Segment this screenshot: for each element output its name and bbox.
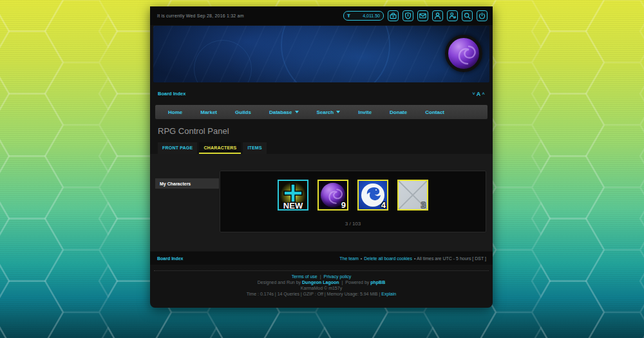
current-time-text: It is currently Wed Sep 28, 2016 1:32 am [157,14,244,18]
font-larger-icon[interactable]: ˄ [482,91,485,97]
power-icon[interactable] [477,10,488,21]
times-text: • All times are UTC - 5 hours [ DST ] [414,256,486,261]
banner-ring-decoration [281,26,390,82]
mail-icon[interactable] [417,10,428,21]
font-smaller-icon[interactable]: ˅ [472,91,475,97]
nav-market[interactable]: Market [191,109,226,115]
page-title: RPG Control Panel [158,126,229,136]
new-badge: NEW [279,201,307,211]
board-index-link[interactable]: Board Index [158,91,185,97]
dropdown-caret-icon [336,111,340,113]
topbar-controls: Ŧ 4,011.50 [343,10,488,21]
karma-line: KarmaMod © m157y [150,285,493,291]
character-count: 3 [421,200,426,210]
chest-icon[interactable] [388,10,399,21]
nav-invite-label: Invite [358,109,372,115]
dropdown-caret-icon [295,111,299,113]
character-tile-blue-dragon[interactable]: 4 [357,180,388,211]
content-area: My Characters NEW [150,154,493,251]
designed-prefix: Designed and Run by [258,280,301,285]
character-tile-purple-orb[interactable]: 9 [317,180,348,211]
nav-home-label: Home [168,109,182,115]
team-link[interactable]: The team [339,256,359,261]
stats-line: Time : 0.174s | 14 Queries | GZIP : Off … [150,291,493,297]
dotted-divider [154,270,489,271]
font-letter: A [477,91,481,97]
forum-panel: It is currently Wed Sep 28, 2016 1:32 am… [150,6,493,308]
nav-home[interactable]: Home [159,109,191,115]
members-icon[interactable] [447,10,458,21]
character-tile-empty[interactable]: 3 [397,180,428,211]
breadcrumb-bar: Board Index ˅ A ˄ [150,82,493,105]
profile-icon[interactable] [432,10,443,21]
pipe-separator: | [342,280,343,285]
sidebar-item-my-characters[interactable]: My Characters [155,178,219,189]
banner-image [153,26,489,82]
pagination: 3 / 103 [220,221,486,227]
search-icon[interactable] [462,10,473,21]
footer-legal: Terms of use | Privacy policy Designed a… [150,274,493,297]
new-character-tile[interactable]: NEW [278,180,308,211]
nav-guilds[interactable]: Guilds [226,109,260,115]
nav-guilds-label: Guilds [235,109,251,115]
legal-line-2: Designed and Run by Dungeon Lagoon | Pow… [150,279,493,285]
explain-link[interactable]: Explain [381,292,396,296]
footer-bar: Board Index The team • Delete all board … [150,252,493,265]
nav-database[interactable]: Database [260,109,308,115]
topbar: It is currently Wed Sep 28, 2016 1:32 am… [150,6,493,25]
shield-icon[interactable] [402,10,413,21]
font-size-widget[interactable]: ˅ A ˄ [472,91,485,97]
character-count: 4 [381,200,386,210]
separator-dot: • [361,256,362,261]
tab-items[interactable]: ITEMS [243,142,266,154]
tab-characters[interactable]: CHARACTERS [199,142,241,154]
powered-prefix: Powered by [345,280,369,285]
currency-display[interactable]: Ŧ 4,011.50 [343,11,384,21]
designer-link[interactable]: Dungeon Lagoon [302,280,339,285]
footer-board-index-link[interactable]: Board Index [157,256,183,261]
privacy-link[interactable]: Privacy policy [324,274,352,279]
main-nav: Home Market Guilds Database Search Invit… [155,105,488,119]
nav-donate[interactable]: Donate [381,109,416,115]
characters-panel: NEW 9 [220,171,486,232]
nav-search[interactable]: Search [308,109,350,115]
character-tiles: NEW 9 [220,171,486,211]
currency-amount: 4,011.50 [363,14,380,18]
nav-donate-label: Donate [390,109,407,115]
orb-swirl-icon [448,38,479,69]
pipe-separator: | [320,274,321,279]
nav-contact[interactable]: Contact [416,109,453,115]
nav-search-label: Search [317,109,334,115]
nav-invite[interactable]: Invite [349,109,381,115]
terms-link[interactable]: Terms of use [292,274,317,279]
tab-strip: FRONT PAGE CHARACTERS ITEMS [158,142,267,154]
stats-text: Time : 0.174s | 14 Queries | GZIP : Off … [247,292,381,296]
tab-front-page[interactable]: FRONT PAGE [158,142,197,154]
phpbb-link[interactable]: phpBB [370,280,385,285]
currency-symbol-icon: Ŧ [347,13,350,19]
nav-market-label: Market [200,109,217,115]
footer-links: The team • Delete all board cookies • Al… [339,256,486,261]
page-background: It is currently Wed Sep 28, 2016 1:32 am… [0,0,644,338]
avatar[interactable] [445,35,482,72]
nav-contact-label: Contact [425,109,444,115]
nav-database-label: Database [269,109,292,115]
legal-line-1: Terms of use | Privacy policy [150,274,493,279]
cookies-link[interactable]: Delete all board cookies [364,256,412,261]
character-count: 9 [341,200,346,210]
